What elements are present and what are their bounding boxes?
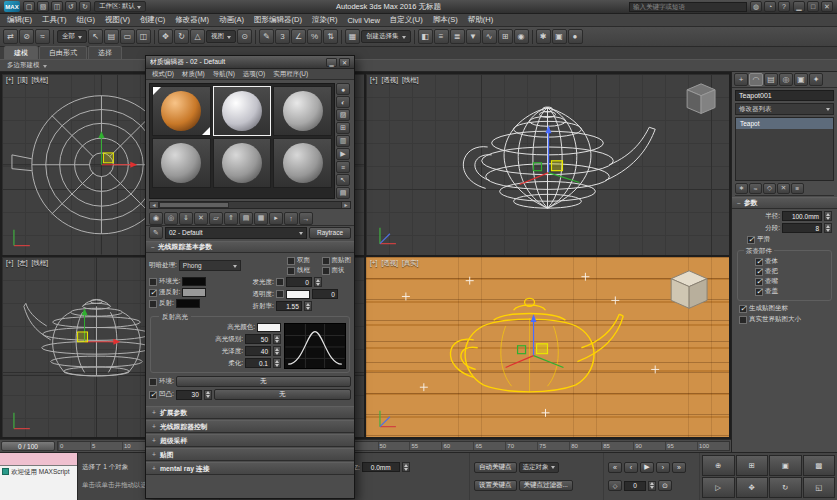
menu-item[interactable]: 帮助(H) — [463, 15, 498, 25]
move-gizmo[interactable] — [98, 131, 137, 167]
rollout-header[interactable]: 光线跟踪器控制 — [146, 420, 354, 433]
segments-spinner[interactable] — [824, 223, 832, 233]
glossiness-spinner[interactable] — [273, 346, 281, 356]
menu-item[interactable]: 修改器(M) — [170, 15, 214, 25]
rectangular-selection-region-icon[interactable]: ▭ — [120, 29, 135, 44]
scroll-right-icon[interactable]: ► — [341, 202, 350, 208]
faceted-checkbox[interactable] — [322, 267, 330, 275]
ribbon-tab[interactable]: 选择 — [88, 46, 122, 59]
scroll-left-icon[interactable]: ◄ — [150, 202, 159, 208]
soften-field[interactable]: 0.1 — [245, 358, 271, 368]
menu-item[interactable]: 视图(V) — [100, 15, 135, 25]
layer-manager-icon[interactable]: ≣ — [450, 29, 465, 44]
menu-item[interactable]: Civil View — [342, 16, 384, 25]
bump-amount-field[interactable]: 30 — [176, 390, 202, 400]
video-color-check-icon[interactable]: ▥ — [336, 135, 350, 147]
select-by-name-icon[interactable]: ▤ — [104, 29, 119, 44]
specular-level-field[interactable]: 50 — [245, 334, 271, 344]
menu-item[interactable]: 动画(A) — [214, 15, 249, 25]
make-material-copy-icon[interactable]: ▱ — [209, 212, 223, 225]
set-key-button[interactable]: 设置关键点 — [474, 480, 517, 491]
material-id-channel-icon[interactable]: ▤ — [239, 212, 253, 225]
field-of-view-button[interactable]: ▷ — [702, 477, 735, 498]
z-spinner[interactable] — [402, 462, 410, 472]
viewcube[interactable] — [687, 84, 715, 114]
transparency-checkbox[interactable] — [276, 290, 284, 298]
perspective-viewport-canvas[interactable] — [366, 74, 729, 255]
configure-modifier-sets-icon[interactable]: ≡ — [791, 183, 804, 194]
key-filters-button[interactable]: 关键点过滤器... — [519, 480, 573, 491]
get-material-icon[interactable]: ◉ — [149, 212, 163, 225]
community-icon[interactable]: ◔ — [764, 1, 776, 12]
material-editor-close-icon[interactable]: ✕ — [339, 58, 350, 67]
time-slider[interactable]: 0 / 100 — [1, 441, 55, 451]
viewport-shading-menu[interactable]: [真实] — [402, 259, 419, 268]
make-unique-icon[interactable]: ◇ — [763, 183, 776, 194]
sample-type-icon[interactable]: ● — [336, 83, 350, 95]
radius-spinner[interactable] — [824, 211, 832, 221]
undo-icon[interactable]: ↺ — [65, 1, 77, 12]
minimize-window-icon[interactable]: ▁ — [793, 1, 805, 12]
material-editor-menu-item[interactable]: 选项(O) — [239, 70, 269, 79]
ribbon-tab[interactable]: 建模 — [4, 46, 38, 59]
menu-item[interactable]: 工具(T) — [37, 15, 72, 25]
modifier-stack[interactable]: Teapot — [735, 117, 834, 181]
timeline-tick[interactable]: 0 — [58, 442, 90, 450]
menu-item[interactable]: 图形编辑器(D) — [249, 15, 307, 25]
go-to-end-button[interactable]: » — [672, 462, 686, 473]
create-tab[interactable]: + — [734, 73, 748, 86]
material-editor-icon[interactable]: ◉ — [514, 29, 529, 44]
viewport-shading-menu[interactable]: [线框] — [402, 76, 419, 85]
selection-set-dropdown[interactable]: 选定对象 — [519, 462, 559, 473]
modify-tab[interactable]: ◠ — [749, 73, 763, 86]
select-and-manipulate-icon[interactable]: ✎ — [259, 29, 274, 44]
environment-map-button[interactable]: 无 — [176, 376, 351, 387]
viewport-general-menu[interactable]: [+] — [370, 76, 377, 85]
material-options-icon[interactable]: ≡ — [336, 161, 350, 173]
menu-item[interactable]: 自定义(U) — [385, 15, 428, 25]
viewport-pov-menu[interactable]: [左] — [17, 259, 27, 268]
generate-mapping-coords-checkbox[interactable] — [739, 305, 747, 313]
schematic-view-icon[interactable]: ⊞ — [498, 29, 513, 44]
bump-checkbox[interactable] — [149, 391, 157, 399]
timeline-tick[interactable]: 70 — [505, 442, 537, 450]
remove-modifier-icon[interactable]: ✕ — [777, 183, 790, 194]
go-forward-to-sibling-icon[interactable]: → — [299, 212, 313, 225]
raytrace-basic-params-rollout-header[interactable]: 光线跟踪基本参数 — [146, 241, 354, 253]
timeline-tick[interactable]: 95 — [665, 442, 697, 450]
face-map-checkbox[interactable] — [322, 257, 330, 265]
new-scene-icon[interactable]: ▢ — [23, 1, 35, 12]
timeline-tick[interactable]: 85 — [601, 442, 633, 450]
material-editor-minimize-icon[interactable]: ▁ — [326, 58, 337, 67]
go-to-start-button[interactable]: « — [608, 462, 622, 473]
lid-checkbox[interactable] — [755, 288, 763, 296]
reflect-toggle-checkbox[interactable] — [149, 300, 157, 308]
ior-field[interactable]: 1.55 — [276, 301, 302, 311]
rollout-header[interactable]: 贴图 — [146, 448, 354, 461]
material-editor-menu-item[interactable]: 导航(N) — [209, 70, 239, 79]
timeline-tick[interactable]: 65 — [473, 442, 505, 450]
macro-recorder-pane[interactable] — [0, 453, 77, 466]
reference-coordinate-dropdown[interactable]: 视图 — [206, 30, 236, 43]
show-map-in-viewport-icon[interactable]: ▦ — [254, 212, 268, 225]
material-editor-menu-item[interactable]: 实用程序(U) — [269, 70, 312, 79]
material-editor-menu-item[interactable]: 材质(M) — [178, 70, 209, 79]
rollout-header[interactable]: 扩展参数 — [146, 406, 354, 419]
go-to-parent-icon[interactable]: ↑ — [284, 212, 298, 225]
unlink-selection-icon[interactable]: ⊘ — [19, 29, 34, 44]
workspace-dropdown[interactable]: 工作区: 默认 — [94, 1, 146, 12]
rollout-header[interactable]: mental ray 连接 — [146, 462, 354, 475]
play-animation-button[interactable]: ▶ — [640, 462, 654, 473]
sample-slot-1[interactable] — [152, 86, 211, 136]
z-coordinate-field[interactable]: 0.0mm — [362, 462, 400, 472]
real-world-map-size-checkbox[interactable] — [739, 316, 747, 324]
render-production-icon[interactable]: ● — [568, 29, 583, 44]
put-to-library-icon[interactable]: ⇑ — [224, 212, 238, 225]
object-name-field[interactable]: Teapot001 — [735, 90, 834, 101]
modifier-list-dropdown[interactable]: 修改器列表 — [735, 103, 834, 115]
menu-item[interactable]: 组(G) — [72, 15, 100, 25]
viewport-shading-menu[interactable]: [线框] — [32, 259, 49, 268]
shading-dropdown[interactable]: Phong — [179, 260, 241, 271]
spinner-snap-icon[interactable]: ⇅ — [323, 29, 338, 44]
soften-spinner[interactable] — [273, 358, 281, 368]
